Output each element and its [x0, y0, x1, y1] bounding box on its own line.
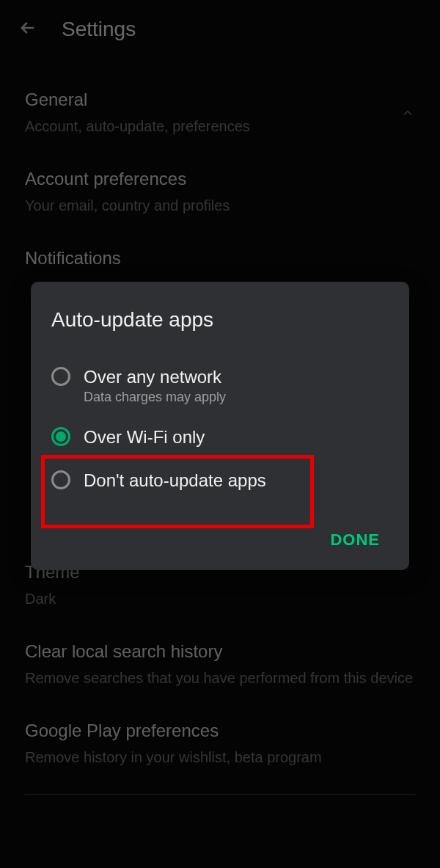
radio-label: Over Wi-Fi only: [84, 426, 389, 448]
radio-label: Over any network: [84, 365, 389, 388]
radio-icon: [51, 470, 70, 489]
radio-icon: [51, 427, 70, 446]
dialog-title: Auto-update apps: [51, 308, 389, 332]
radio-label: Don't auto-update apps: [84, 469, 389, 492]
radio-text: Over any network Data charges may apply: [84, 365, 389, 405]
radio-sublabel: Data charges may apply: [84, 390, 389, 405]
radio-option-wifi-only[interactable]: Over Wi-Fi only: [51, 415, 389, 459]
dialog-actions: DONE: [51, 523, 389, 557]
radio-text: Don't auto-update apps: [84, 469, 389, 492]
radio-icon: [51, 367, 70, 386]
done-button[interactable]: DONE: [321, 523, 389, 557]
radio-text: Over Wi-Fi only: [84, 426, 389, 448]
auto-update-dialog: Auto-update apps Over any network Data c…: [31, 282, 409, 570]
radio-option-dont-update[interactable]: Don't auto-update apps: [51, 459, 389, 502]
radio-option-any-network[interactable]: Over any network Data charges may apply: [51, 355, 389, 415]
